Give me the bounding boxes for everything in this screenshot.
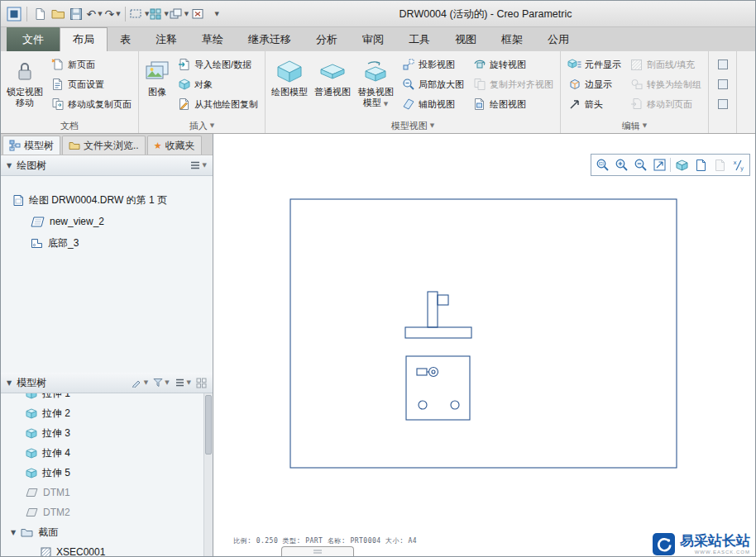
expand-icon[interactable]: ▼ [11, 529, 16, 536]
move-copy-page-button[interactable]: 移动或复制页面 [46, 94, 136, 114]
sheet-display-button[interactable] [691, 155, 710, 174]
reorient-button[interactable] [672, 155, 691, 174]
page-setup-label: 页面设置 [68, 79, 104, 91]
replace-model-label: 模型 ▼ [363, 98, 388, 108]
drawing-sheet-icon [12, 194, 24, 207]
tab-sketch[interactable]: 草绘 [189, 27, 236, 51]
replace-view-model-button[interactable]: 替换视图 模型 ▼ [354, 53, 397, 108]
tree-item-extrude[interactable]: 拉伸 2 [1, 403, 213, 423]
object-button[interactable]: 对象 [173, 74, 262, 94]
save-button[interactable] [67, 4, 85, 24]
tab-legacy-migration[interactable]: 继承迁移 [236, 27, 304, 51]
collapse-icon[interactable]: ▼ [7, 162, 12, 169]
tab-review[interactable]: 审阅 [350, 27, 396, 51]
lock-view-button[interactable]: 锁定视图 移动 [3, 53, 46, 108]
tree-item-label: 截面 [38, 526, 58, 540]
front-view[interactable] [405, 292, 471, 338]
ribbon: 锁定视图 移动 新页面 页面设置 [1, 51, 755, 134]
tree-item-extrude[interactable]: 拉伸 5 [1, 463, 213, 483]
general-view-icon [318, 55, 347, 87]
tab-framework[interactable]: 框架 [489, 27, 535, 51]
component-display-button[interactable]: 元件显示 [563, 55, 625, 74]
tab-view[interactable]: 视图 [443, 27, 489, 51]
zoom-out-button[interactable] [631, 155, 649, 174]
navtab-folder-browser[interactable]: 文件夹浏览.. [62, 136, 146, 155]
refit-button[interactable] [650, 155, 668, 174]
tree-item-view[interactable]: new_view_2 [1, 211, 213, 232]
collapse-icon[interactable]: ▼ [7, 379, 12, 387]
zoom-in-button[interactable] [612, 155, 630, 174]
drawing-sheet-graphics [213, 134, 755, 557]
zoom-region-button[interactable] [593, 155, 611, 174]
tree-item-extrude[interactable]: 拉伸 4 [1, 443, 213, 463]
tree-item-label: 拉伸 1 [42, 393, 70, 401]
tab-annotate[interactable]: 注释 [143, 27, 189, 51]
auxiliary-view-button[interactable]: 辅助视图 [397, 94, 468, 114]
import-drawing-data-button[interactable]: 导入绘图/数据 [173, 55, 262, 74]
model-tree-icon [9, 140, 21, 151]
chevron-down-icon[interactable]: ▼ [430, 122, 434, 129]
navtab-favorites[interactable]: ★ 收藏夹 [147, 136, 202, 155]
tab-common[interactable]: 公用 [535, 27, 581, 51]
projection-view-button[interactable]: 投影视图 [397, 55, 468, 74]
edge-display-button[interactable]: 边显示 [563, 74, 625, 94]
app-menu-button[interactable] [5, 4, 23, 24]
tree-edit-button[interactable]: ▼ [132, 378, 148, 388]
arrows-button[interactable]: 箭头 [563, 94, 625, 114]
clipped-button[interactable] [711, 74, 734, 94]
tab-file[interactable]: 文件 [7, 27, 60, 51]
model-tree-scrollbar[interactable] [203, 393, 213, 557]
redo-button[interactable]: ↷▼ [103, 4, 122, 24]
copy-from-drawing-button[interactable]: 从其他绘图复制 [173, 94, 262, 114]
tree-item-extrude[interactable]: 拉伸 1 [1, 393, 213, 403]
drawing-view-button[interactable]: 绘图视图 [468, 94, 557, 114]
select-box-button[interactable]: ▼ [129, 4, 149, 24]
page-setup-button[interactable]: 页面设置 [46, 74, 136, 94]
tree-item-view[interactable]: 底部_3 [1, 232, 213, 254]
selection-box-icon [129, 7, 143, 20]
object-label: 对象 [194, 79, 213, 91]
windows-button[interactable]: ▼ [169, 4, 189, 24]
tree-item-sections-folder[interactable]: ▼ 截面 [1, 522, 213, 542]
scale-ratio-button[interactable]: xy [730, 155, 748, 174]
tree-item-datum-plane[interactable]: DTM1 [1, 483, 213, 502]
tree-list-button[interactable]: ▼ [175, 378, 191, 388]
import-label: 导入绘图/数据 [194, 59, 251, 71]
navtab-model-tree[interactable]: 模型树 [2, 136, 60, 155]
clipped-button[interactable] [711, 94, 734, 114]
close-window-button[interactable] [189, 4, 207, 24]
customize-qat-button[interactable]: ▼ [207, 4, 225, 24]
tree-item-extrude[interactable]: 拉伸 3 [1, 423, 213, 443]
tab-table[interactable]: 表 [108, 27, 143, 51]
revolved-view-button[interactable]: 旋转视图 [468, 55, 557, 74]
chevron-down-icon[interactable]: ▼ [210, 122, 214, 129]
tree-item-drawing-sheet[interactable]: 绘图 DRW0004.DRW 的第 1 页 [1, 189, 213, 211]
redo-icon: ↷ [104, 8, 114, 20]
undo-button[interactable]: ↶▼ [85, 4, 103, 24]
tab-tools[interactable]: 工具 [396, 27, 443, 51]
drawing-status-text: 比例: 0.250 类型: PART 名称: PRT0004 大小: A4 [233, 536, 417, 545]
drawing-view-label: 绘图视图 [490, 98, 526, 111]
tree-item-datum-plane[interactable]: DTM2 [1, 502, 213, 522]
tab-analysis[interactable]: 分析 [304, 27, 350, 51]
tab-layout[interactable]: 布局 [60, 27, 108, 51]
tree-settings-button[interactable]: ▼ [189, 160, 207, 170]
chevron-down-icon[interactable]: ▼ [643, 122, 647, 129]
tree-item-xsec[interactable]: XSEC0001 [1, 542, 213, 557]
new-file-button[interactable] [31, 4, 49, 24]
bottom-view[interactable] [406, 356, 470, 420]
image-button[interactable]: 图像 [141, 53, 173, 98]
clipped-bottom-popup[interactable] [281, 546, 354, 557]
new-page-button[interactable]: 新页面 [46, 55, 136, 74]
ribbon-group-edit: 元件显示 边显示 箭头 [561, 51, 709, 133]
open-file-button[interactable] [49, 4, 67, 24]
drawing-canvas[interactable]: xy 比例: 0.250 类型: PART 名称: PRT0004 大小: A4… [213, 134, 755, 557]
clipped-button[interactable] [711, 55, 734, 74]
general-view-button[interactable]: 普通视图 [311, 53, 354, 98]
tree-grid-button[interactable] [196, 378, 207, 388]
scrollbar-thumb[interactable] [205, 395, 212, 455]
detail-view-button[interactable]: 局部放大图 [397, 74, 468, 94]
drawing-model-button[interactable]: 绘图模型 [268, 53, 311, 98]
tree-filter-button[interactable]: ▼ [153, 378, 169, 388]
regenerate-button[interactable]: ▼ [149, 4, 168, 24]
